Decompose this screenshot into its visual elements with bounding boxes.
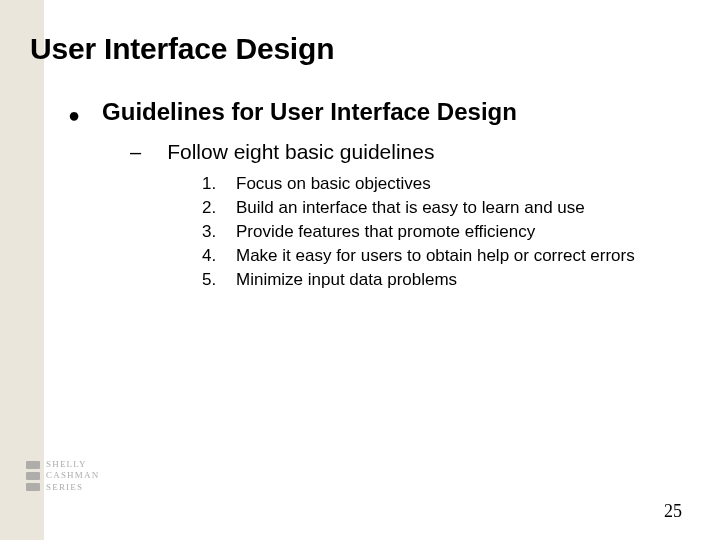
list-item: 1. Focus on basic objectives: [202, 174, 700, 194]
dash-marker: –: [130, 141, 141, 164]
logo-line: CASHMAN: [46, 470, 99, 481]
logo-line: SHELLY: [46, 459, 99, 470]
item-text: Focus on basic objectives: [236, 174, 431, 194]
publisher-logo: SHELLY CASHMAN SERIES: [26, 450, 122, 502]
item-number: 2.: [202, 198, 236, 218]
numbered-list: 1. Focus on basic objectives 2. Build an…: [202, 174, 700, 290]
list-item: 5. Minimize input data problems: [202, 270, 700, 290]
page-number: 25: [664, 501, 682, 522]
item-number: 3.: [202, 222, 236, 242]
bullet-level-1: ● Guidelines for User Interface Design: [68, 98, 700, 126]
dash-text: Follow eight basic guidelines: [167, 140, 434, 164]
bullet-text: Guidelines for User Interface Design: [102, 98, 517, 126]
item-number: 5.: [202, 270, 236, 290]
bullet-level-2: – Follow eight basic guidelines: [130, 140, 700, 164]
list-item: 4. Make it easy for users to obtain help…: [202, 246, 700, 266]
slide-content: User Interface Design ● Guidelines for U…: [30, 32, 700, 294]
item-text: Build an interface that is easy to learn…: [236, 198, 585, 218]
slide-title: User Interface Design: [30, 32, 700, 66]
item-number: 4.: [202, 246, 236, 266]
list-item: 3. Provide features that promote efficie…: [202, 222, 700, 242]
item-text: Minimize input data problems: [236, 270, 457, 290]
item-text: Provide features that promote efficiency: [236, 222, 535, 242]
item-number: 1.: [202, 174, 236, 194]
bullet-marker: ●: [68, 105, 80, 125]
logo-text: SHELLY CASHMAN SERIES: [46, 459, 99, 493]
item-text: Make it easy for users to obtain help or…: [236, 246, 635, 266]
logo-line: SERIES: [46, 482, 99, 493]
logo-bars-icon: [26, 461, 40, 491]
list-item: 2. Build an interface that is easy to le…: [202, 198, 700, 218]
